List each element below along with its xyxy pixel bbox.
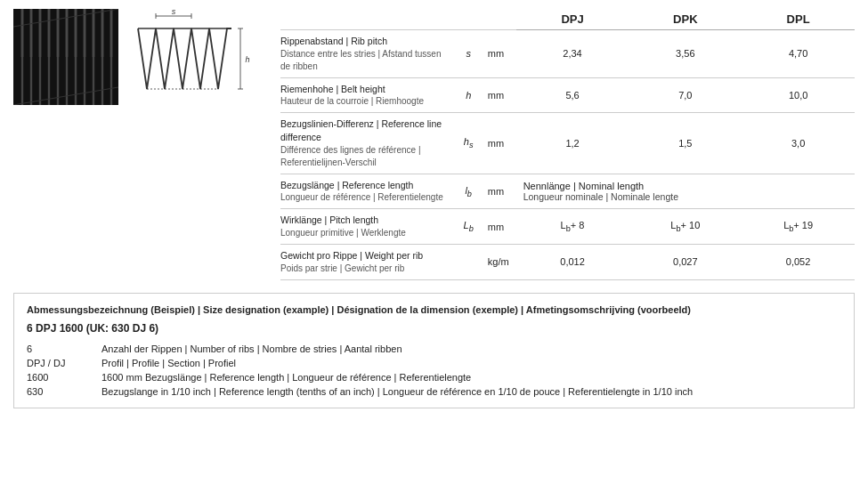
row-refline-sym: hs: [457, 113, 481, 174]
row-rib-pitch-unit: mm: [481, 30, 516, 78]
row-belt-height-label: Riemenhohe | Belt height Hauteur de la c…: [280, 77, 457, 113]
info-code-3: 630: [27, 384, 98, 399]
svg-rect-17: [51, 9, 56, 105]
row-belt-height-sym: h: [457, 77, 481, 113]
svg-rect-19: [69, 9, 74, 105]
row-rib-pitch-label: Rippenabstand | Rib pitch Distance entre…: [280, 30, 457, 78]
row-pitchlength-sub: Longueur primitive | Werklengte: [280, 227, 450, 239]
row-belt-height-dpk: 7,0: [629, 77, 742, 113]
row-weight-main: Gewicht pro Rippe | Weight per rib: [280, 249, 450, 263]
row-reflength-label: Bezugslänge | Reference length Longueur …: [280, 174, 457, 209]
row-belt-height-dpj: 5,6: [516, 77, 629, 113]
row-pitchlength-unit: mm: [481, 209, 516, 245]
svg-rect-21: [86, 9, 92, 105]
col-header-dpl: DPL: [742, 9, 855, 30]
row-refline-main: Bezugslinien-Differenz | Reference line …: [280, 117, 450, 143]
row-pitchlength-dpj: Lb+ 8: [516, 209, 629, 245]
info-row-1: DPJ / DJ Profil | Profile | Section | Pr…: [27, 356, 841, 370]
col-header-dpk: DPK: [629, 9, 742, 30]
row-weight-unit: kg/m: [481, 245, 516, 280]
svg-rect-18: [60, 9, 65, 105]
row-weight-dpj: 0,012: [516, 245, 629, 280]
info-row-0: 6 Anzahl der Rippen | Number of ribs | N…: [27, 342, 841, 356]
row-refline-unit: mm: [481, 113, 516, 174]
row-rib-pitch-dpk: 3,56: [629, 30, 742, 78]
row-rib-pitch-dpj: 2,34: [516, 30, 629, 78]
row-refline-sub: Différence des lignes de référence | Ref…: [280, 144, 450, 169]
info-row-3: 630 Bezugslange in 1/10 inch | Reference…: [27, 384, 841, 399]
bottom-example: 6 DPJ 1600 (UK: 630 DJ 6): [27, 322, 841, 335]
row-pitchlength-main: Wirklänge | Pitch length: [280, 214, 450, 227]
row-belt-height-main: Riemenhohe | Belt height: [280, 83, 450, 96]
info-table: 6 Anzahl der Rippen | Number of ribs | N…: [27, 342, 841, 399]
row-pitchlength-dpk: Lb+ 10: [629, 209, 742, 245]
row-belt-height-sub: Hauteur de la courroie | Riemhoogte: [280, 95, 450, 108]
row-pitchlength-sym: Lb: [457, 209, 481, 245]
row-refline-dpj: 1,2: [516, 113, 629, 174]
row-refline-dpl: 3,0: [742, 113, 855, 174]
row-pitchlength-dpl: Lb+ 19: [742, 209, 855, 245]
row-belt-height-dpl: 10,0: [742, 77, 855, 113]
row-refline-dpk: 1,5: [629, 113, 742, 174]
info-desc-3: Bezugslange in 1/10 inch | Reference len…: [98, 384, 841, 399]
row-pitchlength-label: Wirklänge | Pitch length Longueur primit…: [280, 209, 457, 245]
info-row-2: 1600 1600 mm Bezugslänge | Reference len…: [27, 370, 841, 384]
row-reflength-unit: mm: [481, 174, 516, 209]
bottom-section: Abmessungsbezeichnung (Beispiel) | Size …: [13, 293, 855, 409]
svg-text:s: s: [172, 9, 176, 16]
info-code-2: 1600: [27, 370, 98, 384]
svg-rect-14: [24, 9, 29, 105]
col-header-dpj: DPJ: [516, 9, 629, 30]
svg-rect-24: [113, 9, 118, 105]
info-code-1: DPJ / DJ: [27, 356, 98, 370]
svg-text:h: h: [245, 55, 249, 64]
info-code-0: 6: [27, 342, 98, 356]
main-container: s h DPJ DPK: [0, 0, 868, 417]
row-reflength-sub: Longueur de référence | Referentielengte: [280, 191, 450, 204]
belt-photo: [13, 9, 118, 105]
info-desc-2: 1600 mm Bezugslänge | Reference length |…: [98, 370, 841, 384]
row-weight-sub: Poids par strie | Gewicht per rib: [280, 263, 450, 275]
row-weight-sym: [457, 245, 481, 280]
row-rib-pitch-sub: Distance entre les stries | Afstand tuss…: [280, 48, 450, 73]
info-desc-0: Anzahl der Rippen | Number of ribs | Nom…: [98, 342, 841, 356]
info-desc-1: Profil | Profile | Section | Profiel: [98, 356, 841, 370]
svg-rect-16: [42, 9, 47, 105]
row-weight-label: Gewicht pro Rippe | Weight per rib Poids…: [280, 245, 457, 280]
row-reflength-sym: lb: [457, 174, 481, 209]
row-weight-dpl: 0,052: [742, 245, 855, 280]
row-reflength-merged: Nennlänge | Nominal length Longueur nomi…: [516, 174, 855, 209]
row-belt-height-unit: mm: [481, 77, 516, 113]
row-refline-label: Bezugslinien-Differenz | Reference line …: [280, 113, 457, 174]
svg-rect-13: [13, 9, 20, 105]
specs-table: DPJ DPK DPL Rippenabstand | Rib pitch Di…: [280, 9, 855, 280]
row-reflength-main: Bezugslänge | Reference length: [280, 179, 450, 192]
svg-rect-20: [77, 9, 83, 105]
row-weight-dpk: 0,027: [629, 245, 742, 280]
row-rib-pitch-dpl: 4,70: [742, 30, 855, 78]
row-rib-pitch-main: Rippenabstand | Rib pitch: [280, 35, 450, 48]
profile-diagram: s h: [129, 9, 263, 105]
svg-rect-23: [104, 9, 110, 105]
row-rib-pitch-sym: s: [457, 30, 481, 78]
bottom-title: Abmessungsbezeichnung (Beispiel) | Size …: [27, 303, 841, 318]
